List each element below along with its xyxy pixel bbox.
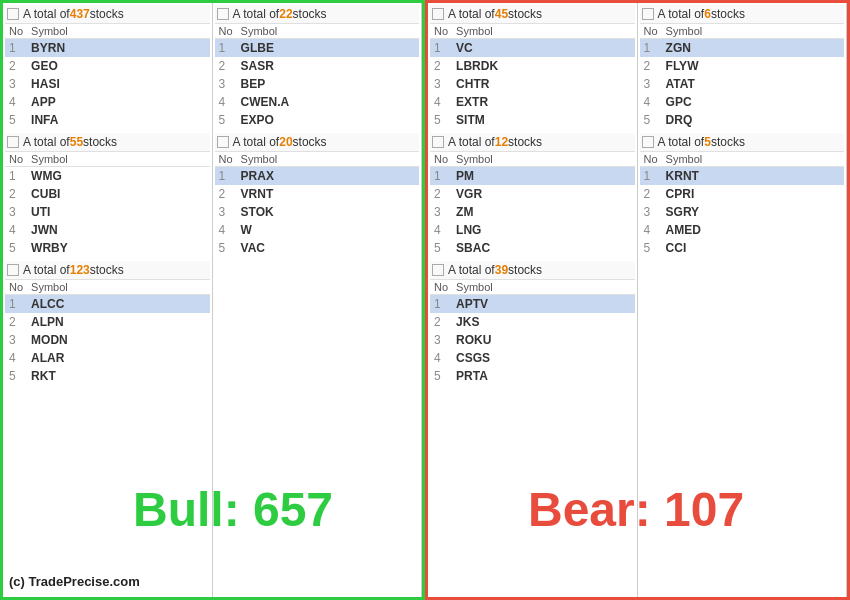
row-number: 5: [430, 239, 452, 257]
section-bear-col2-sec2: A total of 5 stocksNoSymbol1KRNT2CPRI3SG…: [640, 133, 845, 257]
table-row: 5SBAC: [430, 239, 635, 257]
row-symbol: ROKU: [452, 331, 634, 349]
col-header-symbol: Symbol: [452, 24, 634, 39]
table-row: 1KRNT: [640, 167, 845, 186]
row-number: 4: [5, 93, 27, 111]
row-symbol: HASI: [27, 75, 209, 93]
row-symbol: APP: [27, 93, 209, 111]
table-row: 2VRNT: [215, 185, 420, 203]
row-symbol: AMED: [662, 221, 844, 239]
row-number: 5: [430, 111, 452, 129]
row-symbol: SBAC: [452, 239, 634, 257]
table-row: 3ATAT: [640, 75, 845, 93]
section-header: A total of 437 stocks: [5, 5, 210, 24]
section-bull-col1-sec3: A total of 123 stocksNoSymbol1ALCC2ALPN3…: [5, 261, 210, 385]
main-container: A total of 437 stocksNoSymbol1BYRN2GEO3H…: [0, 0, 850, 600]
row-number: 2: [5, 313, 27, 331]
row-symbol: APTV: [452, 295, 634, 314]
table-row: 5CCI: [640, 239, 845, 257]
row-symbol: SITM: [452, 111, 634, 129]
row-symbol: SGRY: [662, 203, 844, 221]
table-icon: [642, 136, 654, 148]
row-number: 5: [5, 111, 27, 129]
section-bear-col1-sec2: A total of 12 stocksNoSymbol1PM2VGR3ZM4L…: [430, 133, 635, 257]
col-header-no: No: [5, 24, 27, 39]
row-symbol: STOK: [237, 203, 419, 221]
table-row: 1PRAX: [215, 167, 420, 186]
row-symbol: CSGS: [452, 349, 634, 367]
table-row: 2CUBI: [5, 185, 210, 203]
table-icon: [642, 8, 654, 20]
table-row: 1ALCC: [5, 295, 210, 314]
table-row: 3ZM: [430, 203, 635, 221]
table-row: 3SGRY: [640, 203, 845, 221]
table-row: 2JKS: [430, 313, 635, 331]
row-number: 3: [5, 203, 27, 221]
stock-table: NoSymbol1WMG2CUBI3UTI4JWN5WRBY: [5, 152, 210, 257]
total-number: 437: [70, 7, 90, 21]
row-symbol: FLYW: [662, 57, 844, 75]
row-number: 1: [5, 167, 27, 186]
bull-column-2: A total of 22 stocksNoSymbol1GLBE2SASR3B…: [213, 3, 423, 597]
row-number: 5: [640, 111, 662, 129]
row-number: 2: [215, 185, 237, 203]
row-number: 3: [215, 75, 237, 93]
row-symbol: GPC: [662, 93, 844, 111]
table-row: 2SASR: [215, 57, 420, 75]
table-icon: [217, 8, 229, 20]
section-header: A total of 45 stocks: [430, 5, 635, 24]
table-row: 1ZGN: [640, 39, 845, 58]
stock-table: NoSymbol1BYRN2GEO3HASI4APP5INFA: [5, 24, 210, 129]
row-number: 4: [430, 221, 452, 239]
row-number: 3: [430, 331, 452, 349]
table-row: 5EXPO: [215, 111, 420, 129]
table-row: 2FLYW: [640, 57, 845, 75]
col-header-no: No: [215, 152, 237, 167]
col-header-no: No: [640, 152, 662, 167]
row-number: 3: [5, 331, 27, 349]
table-row: 1PM: [430, 167, 635, 186]
section-header: A total of 22 stocks: [215, 5, 420, 24]
row-symbol: JKS: [452, 313, 634, 331]
table-row: 1BYRN: [5, 39, 210, 58]
table-row: 3BEP: [215, 75, 420, 93]
row-number: 2: [430, 57, 452, 75]
row-symbol: W: [237, 221, 419, 239]
row-symbol: BYRN: [27, 39, 209, 58]
row-number: 4: [640, 93, 662, 111]
col-header-symbol: Symbol: [27, 152, 209, 167]
table-row: 5INFA: [5, 111, 210, 129]
row-symbol: ALPN: [27, 313, 209, 331]
table-row: 4APP: [5, 93, 210, 111]
row-symbol: UTI: [27, 203, 209, 221]
bull-column-1: A total of 437 stocksNoSymbol1BYRN2GEO3H…: [3, 3, 213, 597]
table-row: 2LBRDK: [430, 57, 635, 75]
table-row: 4JWN: [5, 221, 210, 239]
table-row: 3CHTR: [430, 75, 635, 93]
row-symbol: LNG: [452, 221, 634, 239]
row-symbol: CWEN.A: [237, 93, 419, 111]
col-header-symbol: Symbol: [27, 280, 209, 295]
table-row: 5VAC: [215, 239, 420, 257]
total-number: 12: [495, 135, 508, 149]
row-symbol: BEP: [237, 75, 419, 93]
bear-half: A total of 45 stocksNoSymbol1VC2LBRDK3CH…: [425, 0, 850, 600]
bear-column-1: A total of 45 stocksNoSymbol1VC2LBRDK3CH…: [428, 3, 638, 597]
total-number: 20: [279, 135, 292, 149]
row-symbol: VAC: [237, 239, 419, 257]
table-row: 4ALAR: [5, 349, 210, 367]
row-number: 3: [215, 203, 237, 221]
table-icon: [7, 264, 19, 276]
row-number: 1: [640, 39, 662, 58]
row-symbol: MODN: [27, 331, 209, 349]
table-row: 4CWEN.A: [215, 93, 420, 111]
row-number: 1: [215, 39, 237, 58]
row-number: 1: [430, 39, 452, 58]
row-number: 3: [430, 75, 452, 93]
row-number: 5: [215, 111, 237, 129]
row-symbol: CCI: [662, 239, 844, 257]
table-row: 1APTV: [430, 295, 635, 314]
col-header-no: No: [430, 24, 452, 39]
stock-table: NoSymbol1PRAX2VRNT3STOK4W5VAC: [215, 152, 420, 257]
row-number: 4: [430, 349, 452, 367]
